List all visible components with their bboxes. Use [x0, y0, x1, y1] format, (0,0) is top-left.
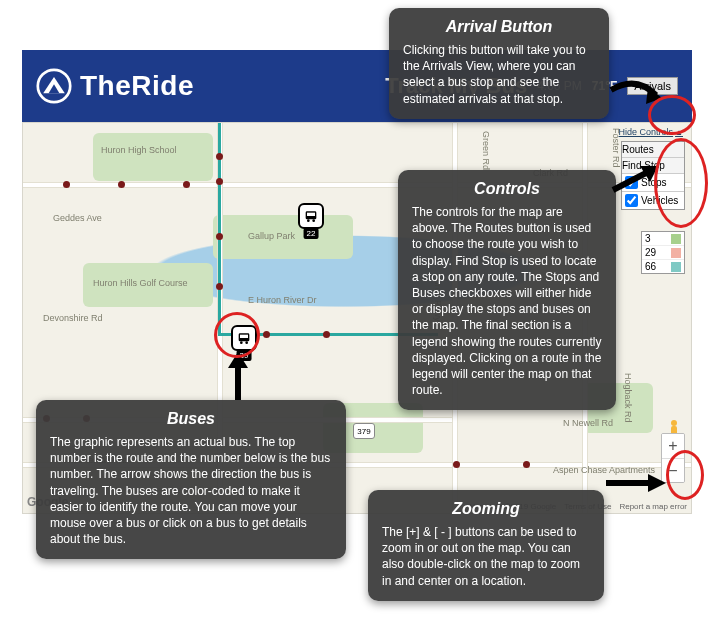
svg-point-3 [307, 219, 310, 222]
map-controls-panel: Routes Find Stop Stops Vehicles [621, 141, 685, 210]
bus-marker[interactable]: 39 [231, 325, 257, 351]
callout-body: The [+] & [ - ] buttons can be used to z… [382, 524, 590, 589]
callout-zoom: Zooming The [+] & [ - ] buttons can be u… [368, 490, 604, 601]
legend-swatch [671, 262, 681, 272]
bus-stop-dot[interactable] [118, 181, 125, 188]
bus-icon [303, 208, 319, 224]
report-error-link[interactable]: Report a map error [619, 502, 687, 511]
vehicles-checkbox[interactable] [625, 194, 638, 207]
callout-buses: Buses The graphic represents an actual b… [36, 400, 346, 559]
bus-icon [236, 330, 252, 346]
bus-stop-dot[interactable] [453, 461, 460, 468]
road-label: Green Rd [481, 131, 491, 170]
svg-point-8 [245, 341, 248, 344]
theride-logo-icon [36, 68, 72, 104]
road-label: Aspen Chase Apartments [553, 465, 655, 475]
find-stop-button[interactable]: Find Stop [622, 158, 684, 174]
hide-controls-link[interactable]: Hide Controls ▲ [619, 127, 683, 137]
road-label: Devonshire Rd [43, 313, 103, 323]
chevron-up-icon: ▲ [675, 128, 683, 137]
svg-rect-2 [307, 213, 315, 216]
callout-title: Zooming [382, 500, 590, 518]
svg-rect-6 [240, 335, 248, 338]
road-label: Gallup Park [248, 231, 295, 241]
zoom-in-button[interactable]: + [662, 434, 684, 458]
callout-body: The controls for the map are above. The … [412, 204, 602, 398]
callout-body: The graphic represents an actual bus. Th… [50, 434, 332, 547]
legend-row[interactable]: 29 [642, 246, 684, 260]
highway-shield: 379 [353, 423, 375, 439]
callout-body: Clicking this button will take you to th… [403, 42, 595, 107]
callout-title: Arrival Button [403, 18, 595, 36]
bus-stop-dot[interactable] [216, 178, 223, 185]
bus-stop-dot[interactable] [263, 331, 270, 338]
zoom-control: + − [661, 433, 685, 483]
callout-arrival: Arrival Button Clicking this button will… [389, 8, 609, 119]
road-label: N Newell Rd [563, 418, 613, 428]
vehicles-toggle[interactable]: Vehicles [622, 192, 684, 209]
svg-point-9 [671, 420, 677, 426]
route-legend: 3 29 66 [641, 231, 685, 274]
legend-swatch [671, 248, 681, 258]
bus-stop-dot[interactable] [323, 331, 330, 338]
stops-checkbox[interactable] [625, 176, 638, 189]
legend-row[interactable]: 3 [642, 232, 684, 246]
bus-stop-dot[interactable] [523, 461, 530, 468]
bus-stop-dot[interactable] [216, 153, 223, 160]
routes-button[interactable]: Routes [622, 142, 684, 158]
brand-logo: TheRide [36, 68, 194, 104]
park-area [93, 133, 213, 181]
road-label: Huron High School [101, 145, 177, 155]
legend-row[interactable]: 66 [642, 260, 684, 273]
bus-marker[interactable]: 22 [298, 203, 324, 229]
bus-route-badge: 22 [304, 228, 319, 239]
callout-title: Controls [412, 180, 602, 198]
callout-title: Buses [50, 410, 332, 428]
brand-name: TheRide [80, 70, 194, 102]
zoom-out-button[interactable]: − [662, 458, 684, 482]
bus-route-badge: 39 [237, 350, 252, 361]
road-label: Huron Hills Golf Course [93, 278, 188, 288]
legend-swatch [671, 234, 681, 244]
bus-stop-dot[interactable] [63, 181, 70, 188]
bus-stop-dot[interactable] [183, 181, 190, 188]
svg-point-7 [240, 341, 243, 344]
svg-point-4 [312, 219, 315, 222]
callout-controls: Controls The controls for the map are ab… [398, 170, 616, 410]
arrivals-button[interactable]: Arrivals [627, 77, 678, 95]
bus-stop-dot[interactable] [216, 283, 223, 290]
bus-stop-dot[interactable] [216, 233, 223, 240]
stops-toggle[interactable]: Stops [622, 174, 684, 192]
road-label: E Huron River Dr [248, 295, 317, 305]
road-label: Hogback Rd [623, 373, 633, 423]
road-label: Geddes Ave [53, 213, 102, 223]
